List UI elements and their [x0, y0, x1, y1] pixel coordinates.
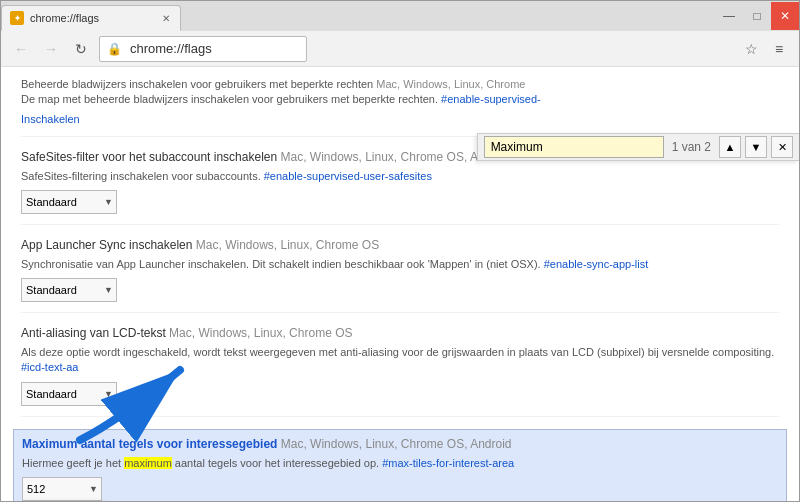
address-bar-row: ← → ↻ 🔒 ☆ ≡: [1, 31, 799, 67]
window-controls: — □ ✕: [715, 1, 799, 31]
reload-button[interactable]: ↻: [69, 37, 93, 61]
flag-max-tiles-desc: Hiermee geeft je het maximum aantal tege…: [22, 456, 778, 471]
flag-safesites-select[interactable]: StandaardIngeschakeldUitgeschakeld: [21, 190, 117, 214]
banner-flag-item: Beheerde bladwijzers inschakelen voor ge…: [21, 77, 779, 137]
tab-favicon: ✦: [10, 11, 24, 25]
flag-max-tiles-link[interactable]: #max-tiles-for-interest-area: [382, 457, 514, 469]
flag-anti-aliasing-link[interactable]: #icd-text-aa: [21, 361, 78, 373]
minimize-button[interactable]: —: [715, 2, 743, 30]
search-count: 1 van 2: [668, 140, 715, 154]
active-tab[interactable]: ✦ chrome://flags ✕: [1, 5, 181, 31]
banner-text: Beheerde bladwijzers inschakelen voor ge…: [21, 77, 779, 108]
flag-safesites-link[interactable]: #enable-supervised-user-safesites: [264, 170, 432, 182]
address-wrapper: 🔒: [99, 36, 733, 62]
flag-anti-aliasing-name: Anti-aliasing van LCD-tekst: [21, 326, 166, 340]
close-button[interactable]: ✕: [771, 2, 799, 30]
maximize-button[interactable]: □: [743, 2, 771, 30]
window-frame: ✦ chrome://flags ✕ — □ ✕ ← → ↻ 🔒 ☆ ≡ 1 v…: [0, 0, 800, 502]
tab-bar: ✦ chrome://flags ✕ — □ ✕: [1, 1, 799, 31]
search-prev-button[interactable]: ▲: [719, 136, 741, 158]
flag-anti-aliasing-select-wrapper: StandaardIngeschakeldUitgeschakeld ▼: [21, 382, 117, 406]
flag-app-launcher: App Launcher Sync inschakelen Mac, Windo…: [21, 237, 779, 313]
flag-app-launcher-title: App Launcher Sync inschakelen Mac, Windo…: [21, 237, 779, 254]
banner-title: Beheerde bladwijzers inschakelen voor ge…: [21, 78, 373, 90]
flag-app-launcher-select[interactable]: StandaardIngeschakeldUitgeschakeld: [21, 278, 117, 302]
banner-os-tags: Mac, Windows, Linux, Chrome: [376, 78, 525, 90]
tab-close-button[interactable]: ✕: [158, 10, 174, 26]
bookmark-button[interactable]: ☆: [739, 37, 763, 61]
tab-title: chrome://flags: [30, 12, 99, 24]
flag-anti-aliasing-os: Mac, Windows, Linux, Chrome OS: [169, 326, 352, 340]
flag-anti-aliasing: Anti-aliasing van LCD-tekst Mac, Windows…: [21, 325, 779, 417]
flag-max-tiles: Maximum aantal tegels voor interessegebi…: [13, 429, 787, 501]
flag-safesites-select-wrapper: StandaardIngeschakeldUitgeschakeld ▼: [21, 190, 117, 214]
flag-app-launcher-os: Mac, Windows, Linux, Chrome OS: [196, 238, 379, 252]
flag-app-launcher-link[interactable]: #enable-sync-app-list: [544, 258, 649, 270]
flag-safesites-name: SafeSites-filter voor het subaccount ins…: [21, 150, 277, 164]
address-icon: 🔒: [107, 42, 122, 56]
forward-button[interactable]: →: [39, 37, 63, 61]
flag-anti-aliasing-select[interactable]: StandaardIngeschakeldUitgeschakeld: [21, 382, 117, 406]
search-bar: 1 van 2 ▲ ▼ ✕: [477, 133, 799, 161]
search-close-button[interactable]: ✕: [771, 136, 793, 158]
flag-anti-aliasing-desc: Als deze optie wordt ingeschakeld, wordt…: [21, 345, 779, 376]
flag-app-launcher-desc: Synchronisatie van App Launcher inschake…: [21, 257, 779, 272]
address-input[interactable]: [99, 36, 307, 62]
flag-safesites-desc: SafeSites-filtering inschakelen voor sub…: [21, 169, 779, 184]
toolbar-right: ☆ ≡: [739, 37, 791, 61]
flag-max-tiles-title: Maximum aantal tegels voor interessegebi…: [22, 436, 778, 453]
flag-app-launcher-select-wrapper: StandaardIngeschakeldUitgeschakeld ▼: [21, 278, 117, 302]
flag-max-tiles-name: Maximum aantal tegels voor interessegebi…: [22, 437, 277, 451]
flag-max-tiles-dropdown-wrapper: Standaard64128256512 ▼ Standaard 64 128 …: [22, 477, 102, 501]
back-button[interactable]: ←: [9, 37, 33, 61]
flag-max-tiles-select[interactable]: Standaard64128256512: [22, 477, 102, 501]
banner-desc: De map met beheerde bladwijzers inschake…: [21, 93, 441, 105]
flag-anti-aliasing-title: Anti-aliasing van LCD-tekst Mac, Windows…: [21, 325, 779, 342]
menu-button[interactable]: ≡: [767, 37, 791, 61]
search-next-button[interactable]: ▼: [745, 136, 767, 158]
search-input[interactable]: [484, 136, 664, 158]
flag-max-tiles-os: Mac, Windows, Linux, Chrome OS, Android: [281, 437, 512, 451]
highlight-mark: maximum: [124, 457, 172, 469]
banner-link[interactable]: #enable-supervised-: [441, 93, 541, 105]
inschakelen-link[interactable]: Inschakelen: [21, 113, 80, 125]
flag-app-launcher-name: App Launcher Sync inschakelen: [21, 238, 192, 252]
